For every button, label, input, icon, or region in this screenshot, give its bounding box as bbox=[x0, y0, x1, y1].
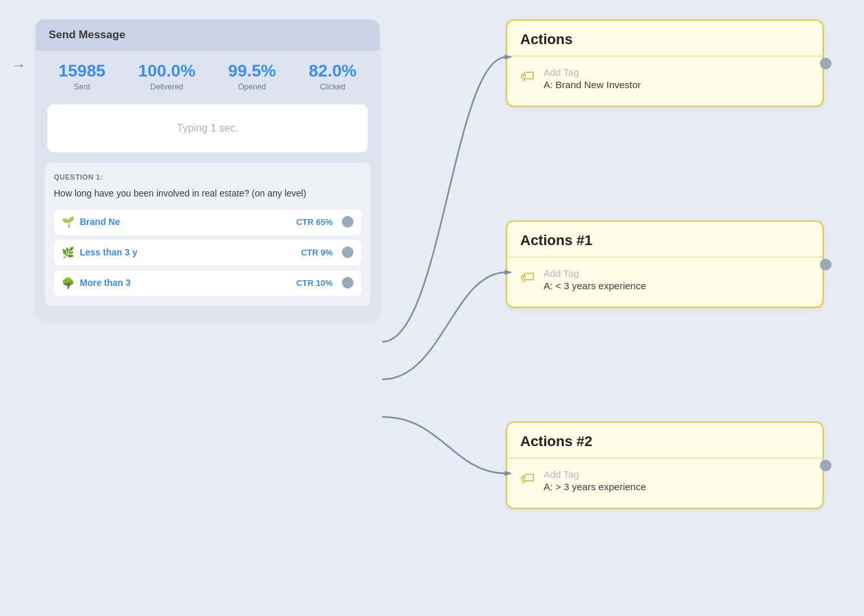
tag-add-label-3: Add Tag bbox=[544, 469, 646, 480]
tag-content-1: Add Tag A: Brand New Investor bbox=[544, 67, 641, 90]
answer-text-1: Brand Ne bbox=[80, 217, 291, 227]
tag-icon-2: 🏷 bbox=[520, 269, 534, 286]
action-divider-3 bbox=[507, 458, 822, 458]
action-tag-row-1: 🏷 Add Tag A: Brand New Investor bbox=[507, 67, 822, 90]
answer-icon-2: 🌿 bbox=[62, 246, 75, 259]
stat-clicked-label: Clicked bbox=[320, 82, 345, 91]
stat-clicked: 82.0% Clicked bbox=[309, 61, 357, 91]
tag-value-2: A: < 3 years experience bbox=[544, 280, 646, 291]
action-connector-right-1[interactable] bbox=[820, 58, 832, 69]
tag-add-label-2: Add Tag bbox=[544, 268, 646, 279]
answer-ctr-2: CTR 9% bbox=[301, 248, 333, 257]
typing-box: Typing 1 sec. bbox=[47, 104, 368, 152]
action-node-3: Actions #2 🏷 Add Tag A: > 3 years experi… bbox=[506, 421, 824, 509]
action-header-2: Actions #1 bbox=[507, 222, 822, 257]
action-connector-right-2[interactable] bbox=[820, 259, 832, 270]
action-tag-row-3: 🏷 Add Tag A: > 3 years experience bbox=[507, 469, 822, 492]
answer-icon-1: 🌱 bbox=[62, 216, 75, 228]
stat-delivered: 100.0% Delivered bbox=[138, 61, 195, 91]
action-connector-right-3[interactable] bbox=[820, 460, 832, 471]
tag-value-1: A: Brand New Investor bbox=[544, 79, 641, 90]
answer-connector-2[interactable] bbox=[342, 246, 354, 258]
tag-icon-1: 🏷 bbox=[520, 68, 534, 85]
tag-icon-3: 🏷 bbox=[520, 470, 534, 487]
stat-sent-label: Sent bbox=[74, 82, 90, 91]
question-label: QUESTION 1: bbox=[54, 173, 361, 181]
answer-icon-3: 🌳 bbox=[62, 277, 75, 289]
entry-arrow: → bbox=[12, 57, 26, 74]
tag-content-2: Add Tag A: < 3 years experience bbox=[544, 268, 646, 291]
stat-opened-label: Opened bbox=[238, 82, 266, 91]
answer-row-3[interactable]: 🌳 More than 3 CTR 10% bbox=[54, 270, 361, 296]
question-text: How long have you been involved in real … bbox=[54, 187, 361, 200]
typing-text: Typing 1 sec. bbox=[177, 123, 238, 134]
answer-ctr-1: CTR 65% bbox=[296, 217, 333, 227]
answer-connector-1[interactable] bbox=[342, 216, 354, 228]
stat-opened: 99.5% Opened bbox=[228, 61, 276, 91]
answer-row-1[interactable]: 🌱 Brand Ne CTR 65% bbox=[54, 209, 361, 235]
action-header-1: Actions bbox=[507, 21, 822, 56]
answer-text-2: Less than 3 y bbox=[80, 247, 296, 257]
question-box: QUESTION 1: How long have you been invol… bbox=[45, 163, 370, 306]
stats-row: 15985 Sent 100.0% Delivered 99.5% Opened… bbox=[36, 51, 379, 94]
tag-add-label-1: Add Tag bbox=[544, 67, 641, 78]
action-tag-row-2: 🏷 Add Tag A: < 3 years experience bbox=[507, 268, 822, 291]
answer-connector-3[interactable] bbox=[342, 277, 354, 289]
answer-row-2[interactable]: 🌿 Less than 3 y CTR 9% bbox=[54, 240, 361, 265]
answer-text-3: More than 3 bbox=[80, 278, 291, 288]
stat-clicked-value: 82.0% bbox=[309, 61, 357, 81]
node-header: Send Message bbox=[36, 19, 379, 51]
stat-sent: 15985 Sent bbox=[58, 61, 105, 91]
stat-delivered-value: 100.0% bbox=[138, 61, 195, 81]
stat-sent-value: 15985 bbox=[58, 61, 105, 81]
send-message-node: Send Message 15985 Sent 100.0% Delivered… bbox=[36, 19, 379, 319]
action-node-1: Actions 🏷 Add Tag A: Brand New Investor bbox=[506, 19, 824, 107]
action-divider-1 bbox=[507, 56, 822, 56]
tag-content-3: Add Tag A: > 3 years experience bbox=[544, 469, 646, 492]
stat-delivered-label: Delivered bbox=[150, 82, 184, 91]
stat-opened-value: 99.5% bbox=[228, 61, 276, 81]
action-node-2: Actions #1 🏷 Add Tag A: < 3 years experi… bbox=[506, 220, 824, 308]
action-header-3: Actions #2 bbox=[507, 423, 822, 458]
answer-ctr-3: CTR 10% bbox=[296, 278, 333, 288]
tag-value-3: A: > 3 years experience bbox=[544, 481, 646, 492]
action-divider-2 bbox=[507, 257, 822, 257]
